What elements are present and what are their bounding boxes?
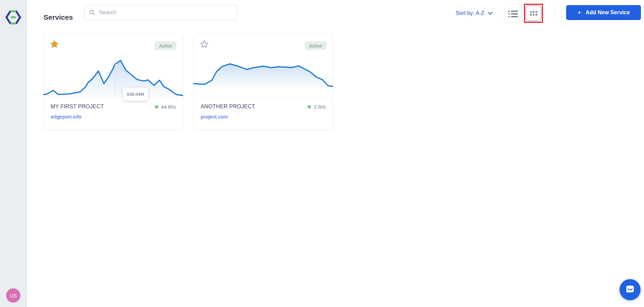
app-screen: US Services Sort by: A-Z + Add New Servi…	[0, 0, 644, 307]
header-divider	[555, 6, 555, 20]
search-input[interactable]	[98, 9, 232, 16]
app-logo-icon[interactable]	[5, 10, 21, 25]
chart-crosshair	[115, 57, 115, 97]
favorite-star-icon[interactable]	[200, 40, 209, 49]
chevron-down-icon	[488, 12, 493, 15]
chart-tooltip: 636.04M	[123, 88, 148, 101]
page-title: Services	[44, 13, 73, 21]
grid-view-icon	[530, 11, 537, 16]
list-view-button[interactable]	[505, 6, 521, 22]
service-domain-link[interactable]: edgeport.info	[51, 114, 82, 120]
card-info: MY FIRST PROJECT 44 R/s edgeport.info	[44, 97, 183, 130]
search-box	[84, 5, 237, 20]
status-badge: Active	[155, 41, 176, 50]
sort-by-dropdown[interactable]: Sort by: A-Z	[456, 10, 493, 16]
user-avatar[interactable]: US	[6, 288, 20, 303]
request-rate: 44 R/s	[155, 104, 176, 110]
list-view-icon	[508, 11, 518, 17]
status-badge: Active	[305, 41, 326, 50]
request-rate: 2 R/s	[307, 104, 326, 110]
plus-icon: +	[577, 9, 581, 16]
chat-bubble-icon	[625, 284, 635, 295]
add-new-service-button[interactable]: + Add New Service	[566, 5, 641, 20]
favorite-star-icon[interactable]	[50, 40, 59, 49]
status-dot-icon	[155, 105, 158, 109]
add-new-service-label: Add New Service	[586, 10, 630, 16]
traffic-chart	[194, 51, 333, 88]
sort-by-label: Sort by: A-Z	[456, 10, 484, 16]
service-name: MY FIRST PROJECT	[51, 104, 104, 110]
service-card[interactable]: Active 636.04M MY FIRST PROJECT 44 R/s e…	[44, 33, 183, 130]
service-card[interactable]: Active ANOTHER PROJECT 2 R/s project.com	[193, 33, 333, 130]
card-info: ANOTHER PROJECT 2 R/s project.com	[194, 97, 333, 130]
grid-view-button[interactable]	[526, 5, 541, 21]
sidebar: US	[0, 0, 27, 307]
status-dot-icon	[307, 105, 311, 109]
chat-launcher-button[interactable]	[620, 279, 641, 300]
search-icon	[89, 10, 95, 15]
services-grid: Active 636.04M MY FIRST PROJECT 44 R/s e…	[44, 33, 333, 130]
service-domain-link[interactable]: project.com	[201, 114, 228, 120]
traffic-chart	[44, 51, 183, 97]
service-name: ANOTHER PROJECT	[201, 104, 255, 110]
